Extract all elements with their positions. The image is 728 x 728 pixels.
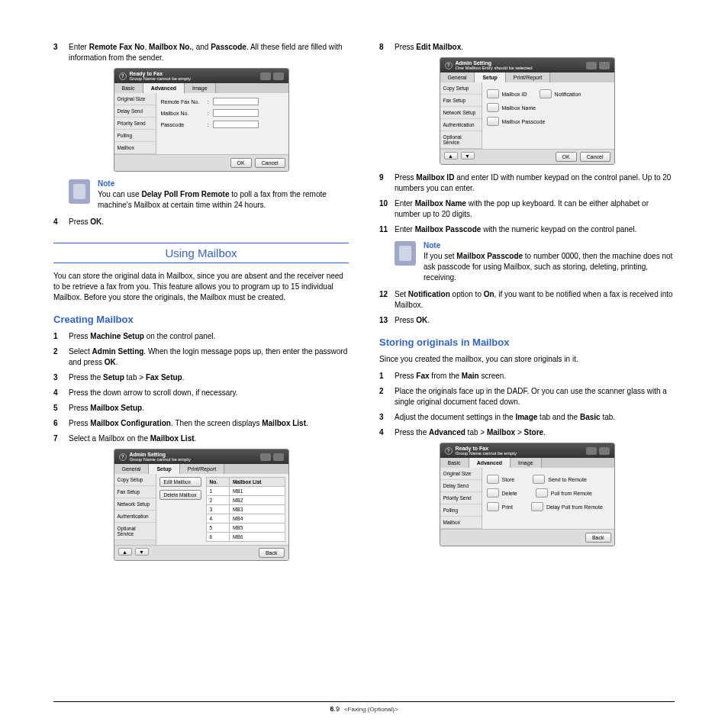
side-item[interactable]: Polling (440, 504, 482, 517)
side-item[interactable]: Original Size (440, 468, 482, 480)
side-item[interactable]: Mailbox (114, 142, 156, 154)
side-item[interactable]: Optional Service (440, 131, 482, 149)
notification-button[interactable] (540, 89, 552, 98)
step-c3: 3Press the Setup tab > Fax Setup. (53, 372, 349, 383)
back-button[interactable]: Back (259, 548, 285, 558)
mailbox-name-button[interactable] (487, 103, 499, 112)
screenshot-mailbox-list: ? Admin SettingGroup Name cannot be empt… (114, 449, 289, 561)
side-item[interactable]: Network Setup (440, 107, 482, 119)
step-c7: 7Select a Mailbox on the Mailbox List. (53, 433, 349, 444)
tab-printreport[interactable]: Print/Report (180, 464, 224, 474)
ok-button[interactable]: OK (230, 158, 252, 168)
side-item[interactable]: Copy Setup (440, 82, 482, 95)
step-c4: 4Press the down arrow to scroll down, if… (53, 388, 349, 398)
side-item[interactable]: Fax Setup (114, 486, 156, 498)
screenshot-edit-mailbox: ? Admin SettingOne Mailbox Entry should … (440, 57, 615, 165)
step-st3: 3Adjust the document settings in the Ima… (379, 412, 675, 423)
remote-fax-input[interactable] (213, 98, 259, 105)
side-item[interactable]: Authentication (114, 511, 156, 523)
left-column: 3 Enter Remote Fax No, Mailbox No., and … (53, 42, 349, 569)
step-c6: 6Press Mailbox Configuration. Then the s… (53, 418, 349, 429)
shot-header: ? Ready to FaxGroup Name cannot be empty (114, 69, 288, 83)
side-item[interactable]: Original Size (114, 93, 156, 105)
arrow-up-icon[interactable]: ▲ (444, 152, 458, 159)
tab-general[interactable]: General (440, 72, 475, 82)
step-8: 8Press Edit Mailbox. (379, 42, 675, 53)
side-item[interactable]: Delay Send (440, 480, 482, 492)
side-item[interactable]: Mailbox (440, 517, 482, 529)
label: Mailbox No. (161, 111, 203, 116)
mailbox-table: No.Mailbox List 1MB1 2MB2 3MB3 4MB4 5MB5… (206, 477, 285, 542)
side-item[interactable]: Delay Send (114, 105, 156, 118)
side-item[interactable]: Copy Setup (114, 474, 156, 486)
side-item[interactable]: Priority Send (114, 118, 156, 130)
tab-basic[interactable]: Basic (440, 458, 469, 468)
help-icon: ? (445, 62, 453, 69)
poll-remote-button[interactable] (536, 488, 548, 498)
right-column: 8Press Edit Mailbox. ? Admin SettingOne … (379, 42, 675, 569)
cancel-button[interactable]: Cancel (580, 152, 610, 162)
tab-advanced[interactable]: Advanced (469, 458, 511, 468)
step-st4: 4Press the Advanced tab > Mailbox > Stor… (379, 427, 675, 438)
tab-setup[interactable]: Setup (475, 72, 505, 82)
table-row[interactable]: 5MB5 (206, 523, 285, 533)
side-item[interactable]: Network Setup (114, 498, 156, 511)
step-11: 11Enter Mailbox Passcode with the numeri… (379, 224, 675, 235)
delete-mailbox-button[interactable]: Delete Mailbox (159, 490, 201, 500)
step-text: Enter Remote Fax No, Mailbox No., and Pa… (69, 42, 349, 63)
ok-button[interactable]: OK (556, 152, 577, 162)
table-row[interactable]: 3MB3 (206, 505, 285, 514)
side-item[interactable]: Fax Setup (440, 95, 482, 107)
table-row[interactable]: 4MB4 (206, 514, 285, 523)
print-button[interactable] (487, 502, 499, 511)
table-row[interactable]: 2MB2 (206, 496, 285, 505)
arrow-up-icon[interactable]: ▲ (118, 548, 132, 556)
help-icon: ? (445, 447, 453, 455)
step-number: 4 (53, 217, 69, 227)
side-item[interactable]: Priority Send (440, 492, 482, 504)
delay-poll-button[interactable] (531, 502, 543, 511)
note-label: Note (98, 179, 349, 188)
screenshot-remote-fax: ? Ready to FaxGroup Name cannot be empty… (114, 68, 289, 172)
store-button[interactable] (487, 475, 499, 484)
paragraph: You can store the original data in Mailb… (53, 271, 349, 303)
subheading-storing-originals: Storing originals in Mailbox (379, 337, 675, 348)
back-button[interactable]: Back (585, 533, 611, 543)
help-icon: ? (119, 72, 127, 80)
mailbox-passcode-button[interactable] (487, 117, 499, 126)
tab-basic[interactable]: Basic (114, 83, 143, 93)
label: Passcode (161, 122, 203, 127)
side-item[interactable]: Polling (114, 130, 156, 142)
side-item[interactable]: Authentication (440, 119, 482, 131)
step-12: 12Set Notification option to On, if you … (379, 289, 675, 311)
section-using-mailbox: Using Mailbox (53, 243, 349, 263)
tab-printreport[interactable]: Print/Report (506, 72, 550, 82)
edit-mailbox-button[interactable]: Edit Mailbox (159, 477, 201, 487)
step-4: 4 Press OK. (53, 217, 349, 227)
passcode-input[interactable] (213, 121, 259, 128)
step-c5: 5Press Mailbox Setup. (53, 403, 349, 414)
label: Remote Fax No. (161, 99, 203, 105)
mailbox-no-input[interactable] (213, 109, 259, 117)
send-remote-button[interactable] (533, 475, 545, 484)
mailbox-id-button[interactable] (487, 89, 499, 98)
page-footer: 6.9<Faxing (Optional)> (53, 701, 675, 713)
arrow-down-icon[interactable]: ▼ (461, 152, 475, 159)
step-9: 9Press Mailbox ID and enter ID with numb… (379, 172, 675, 194)
arrow-down-icon[interactable]: ▼ (135, 548, 149, 556)
table-row[interactable]: 6MB6 (206, 533, 285, 542)
shot-footer: OK Cancel (114, 154, 288, 171)
tab-advanced[interactable]: Advanced (143, 83, 185, 93)
tab-general[interactable]: General (114, 464, 150, 474)
shot-body: Original Size Delay Send Priority Send P… (114, 93, 288, 154)
delete-button[interactable] (487, 488, 499, 498)
tab-image[interactable]: Image (185, 83, 215, 93)
cancel-button[interactable]: Cancel (255, 158, 285, 168)
table-row[interactable]: 1MB1 (206, 487, 285, 496)
note-text: You can use Delay Poll From Remote to po… (98, 189, 349, 211)
note-block: Note You can use Delay Poll From Remote … (69, 179, 349, 211)
tab-image[interactable]: Image (511, 458, 541, 468)
tab-setup[interactable]: Setup (149, 464, 179, 474)
help-icon: ? (119, 453, 127, 461)
side-item[interactable]: Optional Service (114, 523, 156, 540)
